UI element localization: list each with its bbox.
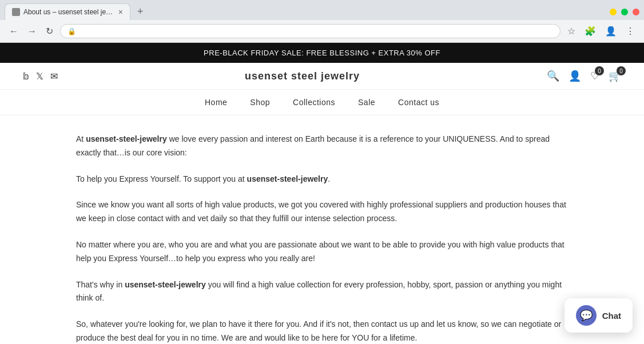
back-button[interactable]: ← bbox=[7, 24, 21, 39]
about-text: At usenset-steel-jewelry we love every p… bbox=[76, 133, 568, 344]
social-links: 𝕓 𝕏 ✉ bbox=[23, 71, 58, 82]
nav-collections[interactable]: Collections bbox=[293, 98, 335, 107]
about-para-5: That's why in usenset-steel-jewelry you … bbox=[76, 278, 568, 306]
cart-button[interactable]: 🛒 0 bbox=[609, 70, 621, 82]
tab-favicon bbox=[12, 8, 20, 16]
nav-shop[interactable]: Shop bbox=[250, 98, 270, 107]
profile-button[interactable]: 👤 bbox=[603, 23, 619, 39]
site-logo[interactable]: usenset steel jewelry bbox=[245, 70, 360, 82]
bookmark-button[interactable]: ☆ bbox=[565, 23, 578, 39]
site-header: 𝕓 𝕏 ✉ usenset steel jewelry 🔍 👤 ♡ 0 🛒 0 bbox=[0, 63, 644, 90]
active-tab[interactable]: About us – usenset steel jewe… × bbox=[5, 3, 130, 20]
about-para-4: No matter where you are, who you are and… bbox=[76, 238, 568, 266]
reload-button[interactable]: ↻ bbox=[43, 23, 55, 39]
minimize-button[interactable] bbox=[610, 9, 617, 15]
tab-title: About us – usenset steel jewe… bbox=[23, 8, 115, 16]
chat-label: Chat bbox=[602, 311, 621, 321]
url-input[interactable]: usenset.com/pages/about-us bbox=[81, 27, 553, 35]
header-actions: 🔍 👤 ♡ 0 🛒 0 bbox=[547, 70, 621, 82]
announcement-text: PRE-BLACK FRIDAY SALE: FREE BLESSING + E… bbox=[204, 49, 440, 57]
about-para-6: So, whatever you're looking for, we plan… bbox=[76, 318, 568, 344]
url-bar[interactable]: 🔒 usenset.com/pages/about-us bbox=[60, 24, 560, 38]
search-button[interactable]: 🔍 bbox=[547, 70, 559, 82]
window-controls bbox=[610, 9, 639, 15]
about-para-3: Since we know you want all sorts of high… bbox=[76, 198, 568, 226]
menu-button[interactable]: ⋮ bbox=[623, 23, 637, 39]
nav-home[interactable]: Home bbox=[205, 98, 227, 107]
nav-contact[interactable]: Contact us bbox=[398, 98, 439, 107]
brand-link-1[interactable]: usenset-steel-jewelry bbox=[86, 134, 167, 143]
tab-close-button[interactable]: × bbox=[118, 7, 123, 17]
nav-sale[interactable]: Sale bbox=[358, 98, 375, 107]
cart-badge: 0 bbox=[617, 66, 626, 75]
email-icon[interactable]: ✉ bbox=[50, 71, 58, 82]
announcement-bar: PRE-BLACK FRIDAY SALE: FREE BLESSING + E… bbox=[0, 43, 644, 63]
forward-button[interactable]: → bbox=[25, 24, 39, 39]
site-wrapper: PRE-BLACK FRIDAY SALE: FREE BLESSING + E… bbox=[0, 43, 644, 344]
brand-link-3[interactable]: usenset-steel-jewelry bbox=[125, 280, 206, 289]
new-tab-button[interactable]: + bbox=[133, 3, 148, 20]
shopify-chat-widget[interactable]: 💬 Chat bbox=[565, 298, 633, 333]
site-nav: Home Shop Collections Sale Contact us bbox=[0, 90, 644, 115]
wishlist-button[interactable]: ♡ 0 bbox=[590, 70, 599, 82]
extensions-button[interactable]: 🧩 bbox=[582, 23, 598, 39]
maximize-button[interactable] bbox=[621, 9, 628, 15]
nav-bar: ← → ↻ 🔒 usenset.com/pages/about-us ☆ 🧩 👤… bbox=[0, 20, 644, 42]
brand-link-2[interactable]: usenset-steel-jewelry bbox=[247, 174, 328, 183]
close-button[interactable] bbox=[633, 9, 639, 15]
nav-actions: ☆ 🧩 👤 ⋮ bbox=[565, 23, 637, 39]
tab-bar: About us – usenset steel jewe… × + bbox=[0, 0, 644, 20]
twitter-icon[interactable]: 𝕏 bbox=[36, 71, 43, 82]
browser-chrome: About us – usenset steel jewe… × + ← → ↻… bbox=[0, 0, 644, 43]
facebook-icon[interactable]: 𝕓 bbox=[23, 71, 29, 82]
chat-bubble-icon: 💬 bbox=[576, 305, 597, 326]
main-content: At usenset-steel-jewelry we love every p… bbox=[65, 115, 579, 344]
chat-icon: 💬 bbox=[580, 309, 593, 322]
wishlist-badge: 0 bbox=[595, 66, 604, 75]
account-button[interactable]: 👤 bbox=[569, 70, 581, 82]
about-para-1: At usenset-steel-jewelry we love every p… bbox=[76, 133, 568, 160]
lock-icon: 🔒 bbox=[67, 27, 76, 35]
about-para-2: To help you Express Yourself. To support… bbox=[76, 173, 568, 186]
